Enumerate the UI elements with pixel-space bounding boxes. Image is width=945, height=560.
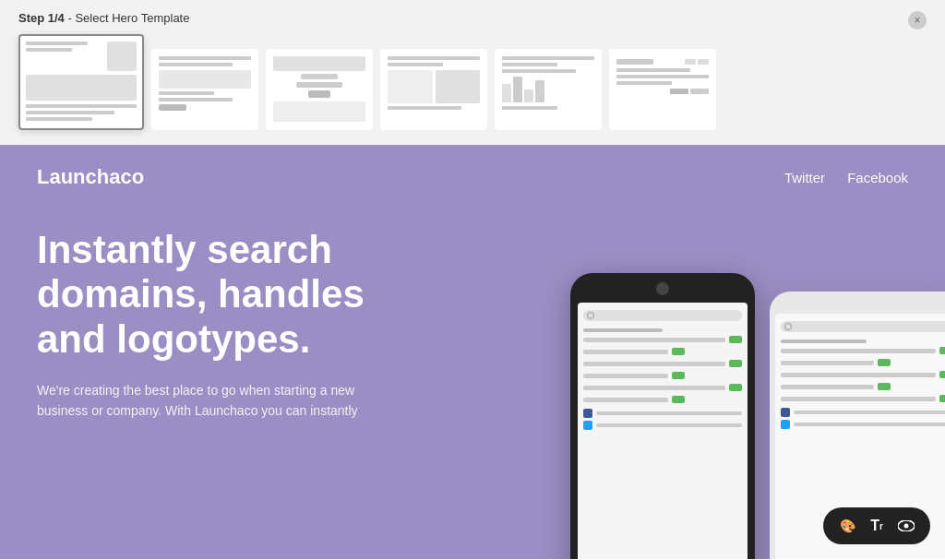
template-thumb-3[interactable]: [266, 49, 373, 130]
phone-screen-dark: [578, 303, 748, 559]
close-button[interactable]: ×: [908, 11, 927, 30]
twitter-icon: [583, 421, 592, 430]
template-selector-bar: Step 1/4 - Select Hero Template ×: [0, 0, 945, 145]
facebook-icon: [583, 409, 592, 418]
nav-link-twitter[interactable]: Twitter: [784, 170, 825, 185]
twitter-icon: [781, 420, 790, 429]
phone-list-row: [583, 336, 742, 343]
phone-list-row: [781, 383, 945, 390]
phone-list-row: [781, 347, 945, 354]
template-thumb-4[interactable]: [380, 49, 487, 130]
step-description: - Select Hero Template: [65, 11, 190, 25]
phone-mockup-dark: [570, 273, 755, 559]
svg-point-1: [904, 524, 909, 529]
facebook-icon: [781, 408, 790, 417]
phone-list-row: [781, 395, 945, 402]
phone-search-bar-dark: [583, 310, 742, 321]
hero-subtext: We're creating the best place to go when…: [37, 380, 378, 422]
hero-section: Launchaco Twitter Facebook Instantly sea…: [0, 145, 945, 559]
step-label: Step 1/4 - Select Hero Template: [18, 11, 927, 25]
template-thumb-5[interactable]: [495, 49, 602, 130]
hero-nav: Launchaco Twitter Facebook: [0, 145, 945, 209]
phone-list-row: [583, 396, 742, 403]
close-icon: ×: [914, 14, 920, 27]
phone-list-row: [583, 360, 742, 367]
phone-list-row: [583, 372, 742, 379]
phone-list-row: [583, 348, 742, 355]
phone-social-tw-white: [781, 420, 945, 429]
step-number: Step 1/4: [18, 11, 65, 25]
palette-button[interactable]: 🎨: [836, 515, 858, 537]
phone-social-fb-white: [781, 408, 945, 417]
preview-button[interactable]: [895, 515, 917, 537]
phone-search-bar-white: [781, 321, 945, 332]
phone-social-fb: [583, 409, 742, 418]
phone-section-header-white: [781, 340, 867, 343]
brand-logo: Launchaco: [37, 165, 144, 189]
nav-link-facebook[interactable]: Facebook: [847, 170, 908, 185]
phone-list-row: [781, 371, 945, 378]
phone-section-header: [583, 328, 663, 332]
typography-button[interactable]: Tr: [866, 515, 888, 537]
template-thumbnails: [18, 34, 927, 130]
nav-links: Twitter Facebook: [784, 170, 908, 185]
phone-list-row: [781, 359, 945, 366]
template-thumb-1[interactable]: [18, 34, 144, 130]
phone-list-row: [583, 384, 742, 391]
template-thumb-6[interactable]: [609, 49, 716, 130]
template-thumb-2[interactable]: [151, 49, 258, 130]
phone-social-tw: [583, 421, 742, 430]
hero-headline: Instantly search domains, handles and lo…: [37, 228, 378, 362]
bottom-toolbar: 🎨 Tr: [823, 507, 930, 544]
hero-content: Instantly search domains, handles and lo…: [0, 209, 415, 422]
